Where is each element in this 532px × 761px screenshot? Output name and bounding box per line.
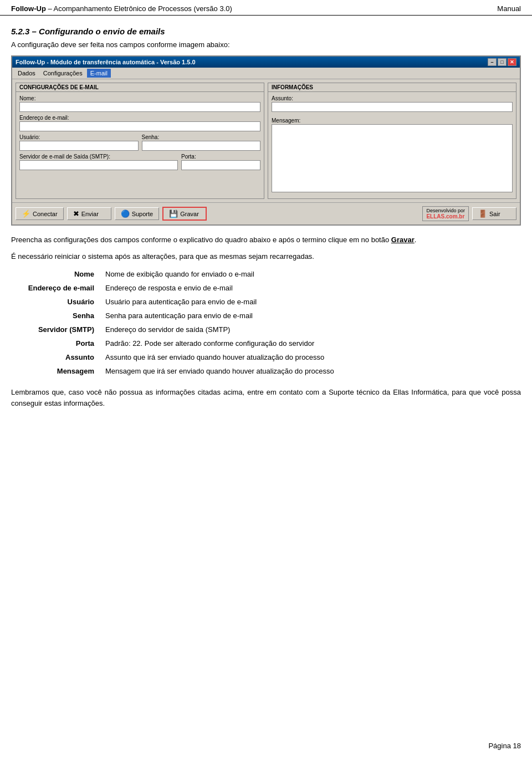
conectar-button[interactable]: ⚡ Conectar — [16, 207, 64, 220]
smtp-porta-row: Servidor de e-mail de Saída (SMTP): Port… — [19, 154, 260, 170]
table-cell-desc: Nome de exibição quando for enviado o e-… — [100, 267, 521, 281]
table-row: PortaPadrão: 22. Pode ser alterado confo… — [11, 336, 521, 350]
table-cell-label: Usuário — [11, 295, 100, 309]
info-table: NomeNome de exibição quando for enviado … — [11, 267, 521, 378]
table-row: NomeNome de exibição quando for enviado … — [11, 267, 521, 281]
assunto-input[interactable] — [272, 102, 513, 112]
table-row: AssuntoAssunto que irá ser enviado quand… — [11, 350, 521, 364]
table-row: Endereço de e-mailEndereço de resposta e… — [11, 281, 521, 295]
table-cell-label: Mensagem — [11, 364, 100, 378]
porta-label: Porta: — [181, 154, 260, 160]
nome-label: Nome: — [19, 95, 260, 101]
mensagem-textarea[interactable] — [272, 124, 513, 192]
table-row: UsuárioUsuário para autenticação para en… — [11, 295, 521, 309]
app-titlebar: Follow-Up - Módulo de transferência auto… — [12, 57, 520, 68]
smtp-input[interactable] — [19, 160, 178, 170]
menu-dados[interactable]: Dados — [14, 69, 39, 78]
body-para1: Preencha as configurações dos campos con… — [11, 234, 521, 246]
gravar-label: Gravar — [180, 211, 199, 217]
table-cell-label: Porta — [11, 336, 100, 350]
ellas-logo: ELLAS.com.br — [426, 213, 465, 219]
email-label: Endereço de e-mail: — [19, 115, 260, 121]
suporte-icon: 🔵 — [121, 210, 130, 218]
app-footer: ⚡ Conectar ✖ Enviar 🔵 Suporte 💾 Gravar D… — [12, 202, 520, 224]
desenvolvido-label: Desenvolvido por ELLAS.com.br — [426, 208, 465, 219]
table-cell-desc: Endereço de resposta e envio de e-mail — [100, 281, 521, 295]
info-panel-legend: INFORMAÇÕES — [268, 83, 516, 92]
app-menubar: Dados Configurações E-mail — [12, 68, 520, 79]
table-row: SenhaSenha para autenticação para envio … — [11, 309, 521, 323]
config-panel-body: Nome: Endereço de e-mail: Usuário: S — [16, 92, 264, 198]
page-number: Página 18 — [488, 742, 521, 750]
enviar-label: Enviar — [81, 211, 99, 217]
para1-end: . — [415, 236, 417, 244]
sair-label: Sair — [489, 211, 500, 217]
table-cell-desc: Endereço do servidor de saída (SMTP) — [100, 323, 521, 336]
usuario-label: Usuário: — [19, 134, 139, 140]
maximize-button[interactable]: □ — [498, 58, 507, 66]
senha-label: Senha: — [142, 134, 261, 140]
table-cell-desc: Assunto que irá ser enviado quando houve… — [100, 350, 521, 364]
desenvolvido-text: Desenvolvido por — [426, 208, 465, 213]
mensagem-row: Mensagem: — [272, 118, 513, 192]
section-title: Configurando o envio de emails — [39, 27, 165, 36]
header-right: Manual — [497, 4, 521, 13]
section-heading: 5.2.3 – Configurando o envio de emails — [11, 27, 521, 36]
close-button[interactable]: ✕ — [508, 58, 516, 66]
table-cell-label: Nome — [11, 267, 100, 281]
gravar-icon: 💾 — [169, 210, 178, 218]
suporte-button[interactable]: 🔵 Suporte — [115, 207, 160, 220]
header-title-bold: Follow-Up — [11, 4, 46, 13]
usuario-senha-row: Usuário: Senha: — [19, 134, 260, 151]
minimize-button[interactable]: – — [488, 58, 497, 66]
section-dash: – — [32, 27, 39, 36]
app-window: Follow-Up - Módulo de transferência auto… — [11, 55, 521, 226]
assunto-label: Assunto: — [272, 95, 513, 101]
para1-text: Preencha as configurações dos campos con… — [11, 236, 389, 244]
usuario-input[interactable] — [19, 141, 139, 151]
page-header: Follow-Up – Acompanhamento Eletrônico de… — [0, 0, 532, 16]
header-title: Follow-Up – Acompanhamento Eletrônico de… — [11, 4, 232, 13]
menu-email[interactable]: E-mail — [87, 69, 111, 78]
app-title: Follow-Up - Módulo de transferência auto… — [16, 59, 196, 65]
table-cell-desc: Senha para autenticação para envio de e-… — [100, 309, 521, 323]
usuario-col: Usuário: — [19, 134, 139, 151]
email-input[interactable] — [19, 121, 260, 131]
table-cell-desc: Usuário para autenticação para envio de … — [100, 295, 521, 309]
conectar-label: Conectar — [33, 211, 58, 217]
intro-text: A configuração deve ser feita nos campos… — [11, 40, 521, 49]
table-cell-label: Senha — [11, 309, 100, 323]
menu-configuracoes[interactable]: Configurações — [40, 69, 86, 78]
body-para2: É necessário reiniciar o sistema após as… — [11, 251, 521, 262]
table-cell-desc: Padrão: 22. Pode ser alterado conforme c… — [100, 336, 521, 350]
sair-button[interactable]: 🚪 Sair — [472, 207, 516, 220]
nome-row: Nome: — [19, 95, 260, 112]
info-panel: INFORMAÇÕES Assunto: Mensagem: — [268, 83, 516, 199]
ellas-box: Desenvolvido por ELLAS.com.br — [422, 206, 469, 221]
enviar-button[interactable]: ✖ Enviar — [67, 207, 111, 220]
porta-col: Porta: — [181, 154, 260, 170]
section-number: 5.2.3 — [11, 27, 29, 36]
config-panel-legend: CONFIGURAÇÕES DE E-MAIL — [16, 83, 264, 92]
table-cell-label: Assunto — [11, 350, 100, 364]
table-cell-label: Endereço de e-mail — [11, 281, 100, 295]
gravar-bold-text: Gravar — [391, 236, 415, 244]
senha-input[interactable] — [142, 141, 261, 151]
footer-text: Lembramos que, caso você não possua as i… — [11, 387, 521, 408]
titlebar-controls: – □ ✕ — [488, 58, 516, 66]
gravar-button[interactable]: 💾 Gravar — [162, 207, 207, 221]
info-panel-body: Assunto: Mensagem: — [268, 92, 516, 198]
header-title-rest: – Acompanhamento Eletrônico de Processos… — [46, 4, 232, 13]
assunto-row: Assunto: — [272, 95, 513, 112]
porta-input[interactable] — [181, 160, 260, 170]
table-cell-label: Servidor (SMTP) — [11, 323, 100, 336]
smtp-col: Servidor de e-mail de Saída (SMTP): — [19, 154, 178, 170]
app-body: CONFIGURAÇÕES DE E-MAIL Nome: Endereço d… — [12, 79, 520, 202]
nome-input[interactable] — [19, 102, 260, 112]
senha-col: Senha: — [142, 134, 261, 151]
smtp-label: Servidor de e-mail de Saída (SMTP): — [19, 154, 178, 160]
suporte-label: Suporte — [132, 211, 154, 217]
sair-icon: 🚪 — [478, 210, 487, 218]
mensagem-label: Mensagem: — [272, 118, 513, 124]
conectar-icon: ⚡ — [22, 210, 30, 218]
